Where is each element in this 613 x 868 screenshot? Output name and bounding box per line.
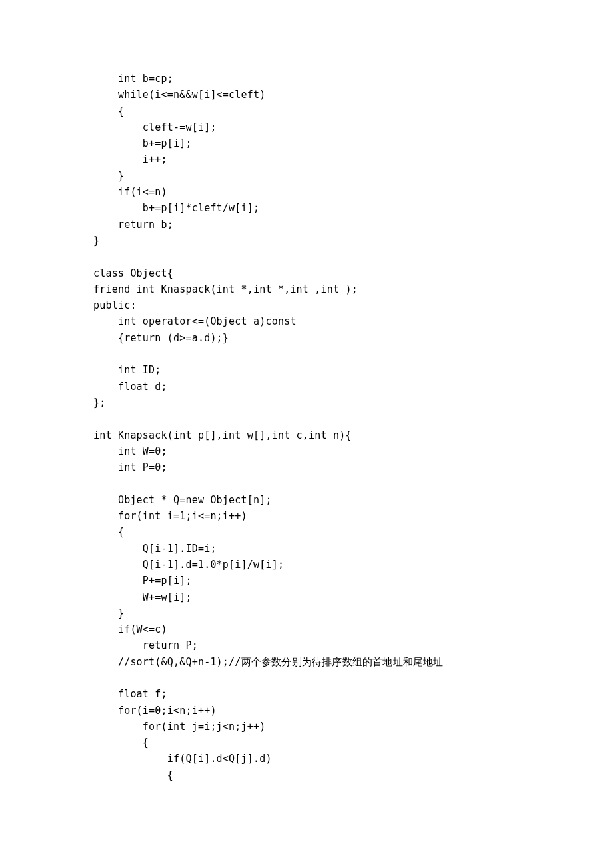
document-page: int b=cp; while(i<=n&&w[i]<=cleft) { cle… <box>0 0 613 868</box>
code-block: int b=cp; while(i<=n&&w[i]<=cleft) { cle… <box>93 71 613 783</box>
